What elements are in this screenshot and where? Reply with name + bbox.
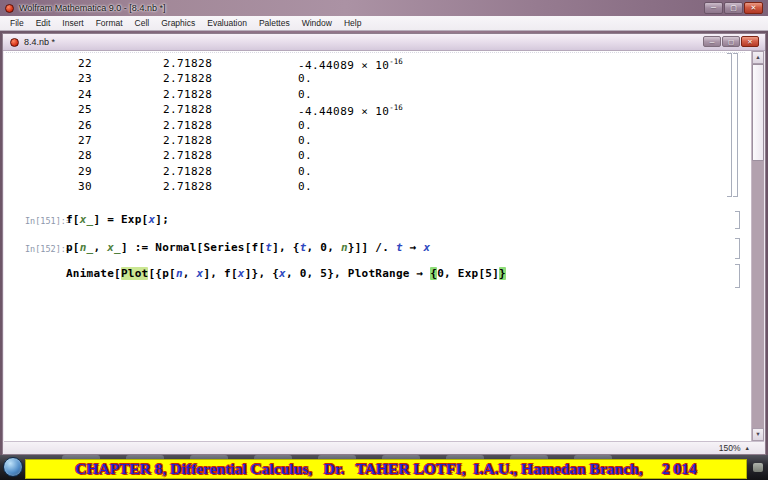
maximize-button[interactable]: ▢	[724, 2, 743, 14]
scroll-down-button[interactable]: ▼	[752, 428, 764, 441]
input-cell-bracket-3[interactable]	[735, 264, 740, 288]
table-cell-value: 2.71828	[163, 134, 212, 147]
menu-item-graphics[interactable]: Graphics	[155, 16, 201, 30]
input-cell-3[interactable]: Animate[Plot[{p[n, x], f[x]}, {x, 0, 5},…	[6, 267, 731, 284]
code-segment: x_	[107, 241, 121, 254]
code-segment: x	[279, 267, 286, 280]
windows-start-button[interactable]	[3, 457, 23, 477]
input-cell-bracket-2[interactable]	[735, 238, 740, 259]
table-row: 282.718280.	[6, 149, 721, 164]
code-segment: Animate[	[66, 267, 121, 280]
menu-item-cell[interactable]: Cell	[129, 16, 156, 30]
cell-in-label: In[152]:=	[25, 244, 71, 254]
notebook-content[interactable]: 222.71828-4.44089 × 10-16232.718280.242.…	[6, 51, 751, 441]
main-title-bar: Wolfram Mathematica 9.0 - [8.4.nb *] ─ ▢…	[0, 0, 768, 16]
table-cell-error: 0.	[298, 119, 312, 132]
table-cell-error: 0.	[298, 165, 312, 178]
code-segment: t	[396, 241, 403, 254]
code-segment: n	[176, 267, 183, 280]
table-cell-value: 2.71828	[163, 165, 212, 178]
table-cell-n: 28	[78, 149, 92, 162]
cell-code[interactable]: Animate[Plot[{p[n, x], f[x]}, {x, 0, 5},…	[66, 267, 506, 280]
code-segment: ,	[94, 241, 108, 254]
table-row: 292.718280.	[6, 165, 721, 180]
table-row: 242.718280.	[6, 88, 721, 103]
table-row: 252.71828-4.44089 × 10-16	[6, 103, 721, 118]
table-cell-value: 2.71828	[163, 72, 212, 85]
code-segment: Plot	[121, 267, 149, 280]
table-cell-n: 25	[78, 103, 92, 116]
table-row: 302.718280.	[6, 180, 721, 195]
magnification-value: 150%	[719, 443, 741, 453]
code-segment: →	[403, 241, 424, 254]
menu-item-format[interactable]: Format	[90, 16, 129, 30]
cell-code[interactable]: p[n_, x_] := Normal[Series[f[t], {t, 0, …	[66, 241, 430, 254]
input-cell-bracket-1[interactable]	[735, 211, 740, 229]
code-segment: ,	[183, 267, 197, 280]
code-segment: x_	[80, 213, 94, 226]
cell-group-bracket[interactable]	[727, 53, 732, 197]
table-cell-value: 2.71828	[163, 149, 212, 162]
input-cell-1[interactable]: In[151]:=f[x_] = Exp[x];	[6, 213, 731, 230]
table-cell-value: 2.71828	[163, 180, 212, 193]
notebook-body: 222.71828-4.44089 × 10-16232.718280.242.…	[4, 51, 764, 441]
menu-item-evaluation[interactable]: Evaluation	[201, 16, 253, 30]
output-table: 222.71828-4.44089 × 10-16232.718280.242.…	[6, 57, 721, 196]
notebook-close-button[interactable]: ✕	[741, 36, 759, 47]
cell-code[interactable]: f[x_] = Exp[x];	[66, 213, 169, 226]
menu-item-window[interactable]: Window	[296, 16, 338, 30]
code-segment: ], f[	[203, 267, 237, 280]
code-segment: ] := Normal[Series[f[	[121, 241, 265, 254]
code-segment: ], {	[272, 241, 300, 254]
code-segment: , 0, 5}, PlotRange →	[286, 267, 430, 280]
magnification-popup-icon: ▲	[745, 445, 750, 451]
code-segment: ];	[155, 213, 169, 226]
code-segment: [{p[	[148, 267, 176, 280]
code-segment: 0, Exp[5]	[437, 267, 499, 280]
table-cell-error: 0.	[298, 72, 312, 85]
code-segment: ]}, {	[245, 267, 279, 280]
menu-bar: FileEditInsertFormatCellGraphicsEvaluati…	[0, 16, 768, 31]
cell-in-label: In[151]:=	[25, 216, 71, 226]
table-row: 272.718280.	[6, 134, 721, 149]
notebook-restore-button[interactable]: ▢	[722, 36, 740, 47]
close-button[interactable]: ✕	[744, 2, 763, 14]
scroll-up-button[interactable]: ▲	[752, 51, 764, 64]
code-segment: t	[300, 241, 307, 254]
code-segment: n	[341, 241, 348, 254]
table-cell-error: 0.	[298, 149, 312, 162]
table-row: 262.718280.	[6, 119, 721, 134]
table-cell-error: -4.44089 × 10-16	[298, 103, 403, 118]
output-cell-bracket[interactable]	[733, 53, 738, 197]
table-cell-value: 2.71828	[163, 119, 212, 132]
notebook-title: 8.4.nb *	[24, 37, 55, 47]
menu-item-file[interactable]: File	[4, 16, 30, 30]
notebook-minimize-button[interactable]: ─	[703, 36, 721, 47]
menu-item-palettes[interactable]: Palettes	[253, 16, 296, 30]
table-row: 222.71828-4.44089 × 10-16	[6, 57, 721, 72]
minimize-button[interactable]: ─	[704, 2, 723, 14]
scrollbar-thumb[interactable]	[752, 64, 764, 161]
table-cell-value: 2.71828	[163, 57, 212, 70]
code-segment: }]] /.	[348, 241, 396, 254]
vertical-scrollbar[interactable]: ▲ ▼	[751, 51, 764, 441]
code-segment: n_	[80, 241, 94, 254]
lecture-banner: CHAPTER 8, Differential Calculus, Dr. TA…	[25, 459, 747, 479]
code-segment: }	[499, 267, 506, 280]
code-segment: p[	[66, 241, 80, 254]
table-row: 232.718280.	[6, 72, 721, 87]
system-tray-icon[interactable]	[753, 463, 763, 472]
table-cell-n: 26	[78, 119, 92, 132]
main-window-controls: ─ ▢ ✕	[703, 2, 763, 14]
menu-item-edit[interactable]: Edit	[30, 16, 57, 30]
menu-item-insert[interactable]: Insert	[56, 16, 89, 30]
menu-item-help[interactable]: Help	[338, 16, 367, 30]
table-cell-error: 0.	[298, 134, 312, 147]
input-cell-2[interactable]: In[152]:=p[n_, x_] := Normal[Series[f[t]…	[6, 241, 731, 258]
code-segment: x	[423, 241, 430, 254]
notebook-title-bar[interactable]: 8.4.nb * ─ ▢ ✕	[3, 34, 765, 51]
notebook-icon	[10, 38, 19, 47]
table-cell-value: 2.71828	[163, 103, 212, 116]
table-cell-n: 22	[78, 57, 92, 70]
magnification-control[interactable]: 150% ▲	[719, 443, 750, 453]
